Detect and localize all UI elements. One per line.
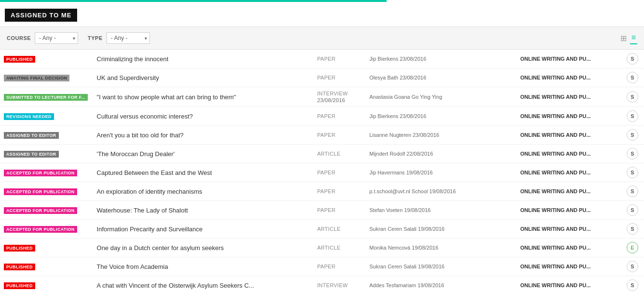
author-cell: Jip Bierkens 23/08/2016 xyxy=(365,50,516,68)
type-cell: ARTICLE xyxy=(313,220,365,239)
table-row: ASSIGNED TO EDITOR Aren't you a bit too … xyxy=(0,126,644,145)
action-button[interactable]: S xyxy=(627,167,638,178)
status-badge: AWAITING FINAL DECISION xyxy=(4,75,69,81)
article-type: PAPER xyxy=(317,132,335,138)
table-row: ACCEPTED FOR PUBLICATION An exploration … xyxy=(0,182,644,201)
title-cell: An exploration of identity mechanisms xyxy=(93,182,313,201)
article-title[interactable]: Waterhouse: The Lady of Shalott xyxy=(97,207,188,214)
article-title[interactable]: A chat with Vincent of the Oisterwijk As… xyxy=(97,282,254,289)
type-cell: PAPER xyxy=(313,126,365,145)
author-cell: Mijndert Rodolf 22/08/2016 xyxy=(365,145,516,163)
course-name: ONLINE WRITING AND PU... xyxy=(520,94,590,100)
article-type: INTERVIEW xyxy=(317,282,348,288)
type-cell: INTERVIEW 23/08/2016 xyxy=(313,87,365,107)
author-name: Jip Bierkens 23/08/2016 xyxy=(369,113,426,119)
action-button[interactable]: S xyxy=(627,129,638,141)
course-cell: ONLINE WRITING AND PU... xyxy=(516,257,621,276)
article-title[interactable]: One day in a Dutch center for asylum see… xyxy=(97,244,224,252)
action-cell: S xyxy=(621,87,644,107)
action-button[interactable]: S xyxy=(627,261,638,272)
status-badge: ASSIGNED TO EDITOR xyxy=(4,132,59,139)
action-button[interactable]: S xyxy=(627,91,638,103)
author-name: Jip Bierkens 23/08/2016 xyxy=(369,56,426,62)
course-cell: ONLINE WRITING AND PU... xyxy=(516,182,621,201)
status-badge: SUBMITTED TO LECTURER FOR F... xyxy=(4,94,88,101)
title-cell: UK and Superdiversity xyxy=(93,68,313,87)
action-cell: S xyxy=(621,50,644,68)
author-cell: Addes Tesfamariam 19/08/2016 xyxy=(365,276,516,292)
course-cell: ONLINE WRITING AND PU... xyxy=(516,276,621,292)
status-badge: ACCEPTED FOR PUBLICATION xyxy=(4,207,77,214)
action-button[interactable]: S xyxy=(627,186,638,197)
author-cell: Jip Bierkens 23/08/2016 xyxy=(365,107,516,126)
type-cell: PAPER xyxy=(313,68,365,87)
course-select[interactable]: - Any - xyxy=(35,32,78,44)
status-badge: ASSIGNED TO EDITOR xyxy=(4,151,59,158)
article-title[interactable]: 'The Moroccan Drug Dealer' xyxy=(97,150,175,158)
course-name: ONLINE WRITING AND PU... xyxy=(520,226,590,232)
article-title[interactable]: Information Precarity and Surveillance xyxy=(97,226,203,233)
status-cell: PUBLISHED xyxy=(0,276,93,292)
action-cell: E xyxy=(621,239,644,257)
list-view-icon[interactable]: ≡ xyxy=(630,32,637,44)
status-cell: AWAITING FINAL DECISION xyxy=(0,68,93,87)
grid-view-icon[interactable]: ⊞ xyxy=(619,32,628,44)
author-name: Mijndert Rodolf 22/08/2016 xyxy=(369,151,433,157)
status-cell: REVISIONS NEEDED xyxy=(0,107,93,126)
view-icons: ⊞ ≡ xyxy=(619,32,637,44)
article-title[interactable]: Cultural versus economic interest? xyxy=(97,113,193,120)
article-type: PAPER xyxy=(317,56,335,62)
author-cell: Sukran Ceren Salali 19/08/2016 xyxy=(365,220,516,239)
article-title[interactable]: Criminalizing the innocent xyxy=(97,55,169,63)
author-name: Addes Tesfamariam 19/08/2016 xyxy=(369,282,444,288)
action-cell: S xyxy=(621,107,644,126)
status-cell: ASSIGNED TO EDITOR xyxy=(0,145,93,163)
course-cell: ONLINE WRITING AND PU... xyxy=(516,239,621,257)
article-title[interactable]: Captured Between the East and the West xyxy=(97,169,212,176)
course-name: ONLINE WRITING AND PU... xyxy=(520,188,590,194)
table-row: SUBMITTED TO LECTURER FOR F... "I want t… xyxy=(0,87,644,107)
article-type: ARTICLE xyxy=(317,226,340,232)
course-name: ONLINE WRITING AND PU... xyxy=(520,264,590,269)
article-type: INTERVIEW xyxy=(317,91,348,96)
title-cell: Aren't you a bit too old for that? xyxy=(93,126,313,145)
filter-bar: COURSE - Any - TYPE - Any - ⊞ ≡ xyxy=(0,27,644,50)
article-type: ARTICLE xyxy=(317,151,340,157)
action-button[interactable]: S xyxy=(627,110,638,122)
action-cell: S xyxy=(621,68,644,87)
author-name: Jip Havermans 19/08/2016 xyxy=(369,170,432,175)
author-name: Olesya Bath 23/08/2016 xyxy=(369,75,426,80)
action-button[interactable]: S xyxy=(627,148,638,159)
status-cell: PUBLISHED xyxy=(0,239,93,257)
course-name: ONLINE WRITING AND PU... xyxy=(520,75,590,80)
table-area: PUBLISHED Criminalizing the innocent PAP… xyxy=(0,50,644,292)
article-title[interactable]: An exploration of identity mechanisms xyxy=(97,188,202,195)
course-filter-group: COURSE - Any - xyxy=(7,32,78,44)
article-title[interactable]: "I want to show people what art can brin… xyxy=(97,93,236,101)
action-button[interactable]: S xyxy=(627,279,638,291)
status-badge: PUBLISHED xyxy=(4,282,35,289)
status-badge: ACCEPTED FOR PUBLICATION xyxy=(4,188,77,195)
action-button[interactable]: S xyxy=(627,72,638,83)
action-button[interactable]: S xyxy=(627,223,638,235)
type-cell: ARTICLE xyxy=(313,145,365,163)
article-type: PAPER xyxy=(317,188,335,194)
article-title[interactable]: Aren't you a bit too old for that? xyxy=(97,132,184,139)
status-badge: ACCEPTED FOR PUBLICATION xyxy=(4,226,77,233)
action-button[interactable]: S xyxy=(627,204,638,216)
course-cell: ONLINE WRITING AND PU... xyxy=(516,87,621,107)
article-title[interactable]: The Voice from Academia xyxy=(97,263,168,270)
action-button[interactable]: E xyxy=(627,242,638,253)
action-button[interactable]: S xyxy=(627,53,638,65)
title-cell: Captured Between the East and the West xyxy=(93,163,313,182)
article-type: PAPER xyxy=(317,264,335,269)
status-badge: PUBLISHED xyxy=(4,264,35,270)
article-title[interactable]: UK and Superdiversity xyxy=(97,74,159,81)
status-cell: PUBLISHED xyxy=(0,50,93,68)
table-row: REVISIONS NEEDED Cultural versus economi… xyxy=(0,107,644,126)
action-cell: S xyxy=(621,182,644,201)
author-name: Lisanne Nugteren 23/08/2016 xyxy=(369,132,439,138)
type-select[interactable]: - Any - xyxy=(107,32,150,44)
course-name: ONLINE WRITING AND PU... xyxy=(520,170,590,175)
course-cell: ONLINE WRITING AND PU... xyxy=(516,220,621,239)
